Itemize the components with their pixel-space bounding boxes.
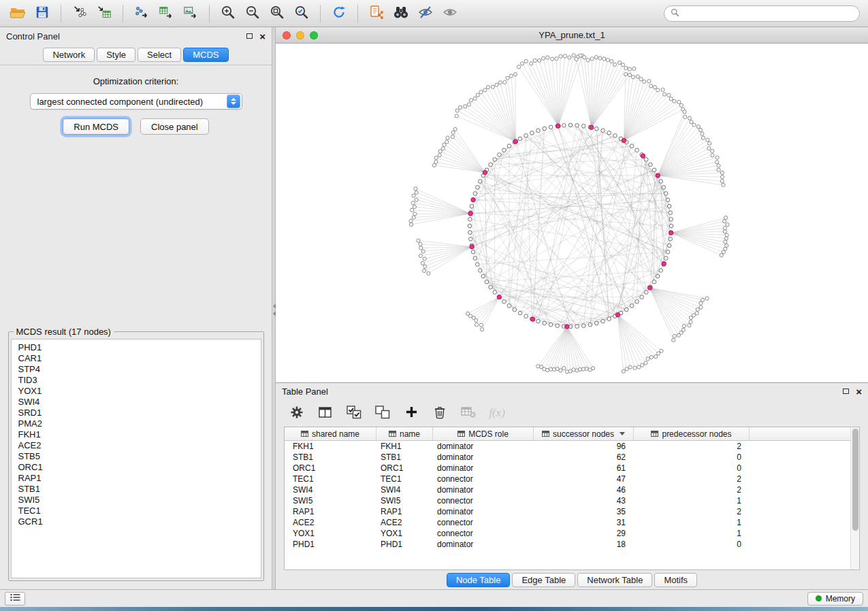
mcds-result-item[interactable]: STP4 [12, 364, 261, 375]
table-row[interactable]: FKH1FKH1dominator962 [285, 441, 859, 452]
refresh-button[interactable] [327, 3, 351, 24]
close-table-panel-icon[interactable]: × [856, 386, 862, 397]
delete-column-button[interactable] [431, 404, 449, 422]
table-settings-button[interactable] [288, 404, 306, 422]
mcds-result-item[interactable]: RAP1 [12, 473, 261, 484]
table-cell [750, 463, 859, 474]
tab-edge-table[interactable]: Edge Table [512, 573, 575, 587]
table-row[interactable]: TEC1TEC1connector472 [285, 474, 859, 484]
table-row[interactable]: SWI5SWI5connector431 [285, 495, 859, 506]
column-edit-icon [651, 429, 658, 439]
mcds-result-item[interactable]: FKH1 [12, 429, 261, 440]
tab-node-table[interactable]: Node Table [447, 573, 511, 587]
zoom-in-button[interactable] [216, 3, 240, 24]
first-neighbors-button[interactable] [389, 3, 413, 24]
save-session-button[interactable] [30, 3, 54, 24]
mcds-result-item[interactable]: TEC1 [12, 506, 261, 516]
column-header-shared-name[interactable]: shared name [285, 427, 376, 440]
show-graphics-details-button[interactable] [438, 3, 462, 24]
run-mcds-button[interactable]: Run MCDS [63, 118, 129, 135]
node-table: shared name name MCDS role successo [284, 427, 860, 570]
sort-chevron-down-icon[interactable] [620, 432, 625, 435]
float-panel-icon[interactable] [246, 33, 253, 39]
close-panel-button[interactable]: Close panel [140, 118, 209, 135]
deselect-all-rows-button[interactable] [374, 404, 391, 422]
table-row[interactable]: ACE2ACE2connector311 [285, 517, 859, 528]
table-row[interactable]: RAP1RAP1dominator352 [285, 506, 859, 517]
window-minimize-icon[interactable] [296, 31, 304, 39]
memory-button[interactable]: Memory [807, 592, 863, 606]
mcds-result-item[interactable]: PHD1 [12, 342, 261, 353]
mcds-result-item[interactable]: STB1 [12, 484, 261, 495]
optimization-criterion-label: Optimization criterion: [93, 76, 179, 86]
column-header-mcds-role[interactable]: MCDS role [433, 427, 534, 440]
mcds-result-item[interactable]: GCR1 [12, 516, 261, 527]
mcds-result-item[interactable]: TID3 [12, 375, 261, 386]
tab-select[interactable]: Select [138, 48, 181, 62]
tab-motifs[interactable]: Motifs [654, 573, 697, 587]
table-row[interactable]: SWI4SWI4dominator462 [285, 484, 859, 495]
column-header-successor-nodes[interactable]: successor nodes [534, 427, 634, 440]
mcds-result-groupbox: MCDS result (17 nodes) PHD1CAR1STP4TID3Y… [8, 327, 264, 581]
tab-mcds[interactable]: MCDS [183, 48, 228, 62]
zoom-out-button[interactable] [240, 3, 265, 24]
search-input[interactable] [684, 9, 853, 18]
checked-boxes-icon [347, 406, 361, 421]
mcds-result-item[interactable]: YOX1 [12, 386, 261, 397]
collapse-left-icon[interactable] [273, 303, 276, 309]
window-close-icon[interactable] [283, 31, 291, 39]
desktop-background-strip [0, 607, 868, 611]
network-canvas[interactable] [276, 44, 868, 382]
criterion-dropdown[interactable]: largest connected component (undirected) [30, 93, 242, 110]
select-all-rows-button[interactable] [345, 404, 363, 422]
tab-network-table[interactable]: Network Table [577, 573, 652, 587]
mcds-result-item[interactable]: ORC1 [12, 462, 261, 473]
table-cell: dominator [433, 463, 534, 474]
import-network-file-button[interactable] [67, 3, 92, 24]
mcds-result-item[interactable]: SWI5 [12, 495, 261, 506]
table-row[interactable]: STB1STB1dominator620 [285, 452, 859, 463]
column-header-name[interactable]: name [376, 427, 433, 440]
add-column-button[interactable] [402, 404, 420, 422]
export-network-button[interactable] [129, 3, 154, 24]
toggle-graphics-details-button[interactable] [413, 3, 438, 24]
open-session-button[interactable] [5, 3, 30, 24]
table-cell: 2 [634, 474, 750, 484]
tab-style[interactable]: Style [97, 48, 135, 62]
export-table-button[interactable] [154, 3, 178, 24]
close-panel-icon[interactable]: × [259, 31, 266, 42]
float-table-panel-icon[interactable] [843, 389, 849, 394]
search-field[interactable] [664, 5, 860, 22]
show-columns-button[interactable] [317, 404, 334, 422]
table-cell: 31 [534, 517, 634, 528]
mcds-result-item[interactable]: CAR1 [12, 353, 261, 364]
table-cell: 96 [534, 441, 634, 452]
mcds-result-item[interactable]: ACE2 [12, 440, 261, 451]
table-cell: STB1 [376, 452, 433, 463]
collapse-left-icon[interactable] [273, 311, 276, 316]
mcds-result-item[interactable]: PMA2 [12, 418, 261, 429]
tab-network[interactable]: Network [43, 48, 95, 62]
table-row[interactable]: ORC1ORC1dominator610 [285, 463, 859, 474]
import-table-file-button[interactable] [92, 3, 116, 24]
zoom-selected-button[interactable] [289, 3, 314, 24]
window-maximize-icon[interactable] [310, 31, 318, 39]
mcds-result-item[interactable]: STB5 [12, 451, 261, 462]
mcds-result-item[interactable]: SRD1 [12, 408, 261, 418]
scrollbar-thumb[interactable] [852, 429, 858, 531]
table-scrollbar[interactable] [850, 427, 859, 569]
mcds-result-item[interactable]: SWI4 [12, 397, 261, 408]
export-image-button[interactable] [178, 3, 203, 24]
share-document-button[interactable] [364, 3, 389, 24]
network-window-titlebar[interactable]: YPA_prune.txt_1 [276, 27, 868, 44]
zoom-fit-button[interactable] [265, 3, 289, 24]
table-row[interactable]: YOX1YOX1connector291 [285, 528, 859, 539]
column-label: successor nodes [553, 429, 614, 439]
network-window-title: YPA_prune.txt_1 [276, 30, 868, 40]
column-header-predecessor-nodes[interactable]: predecessor nodes [634, 427, 750, 440]
column-edit-icon [542, 429, 549, 439]
table-row[interactable]: PHD1PHD1dominator180 [285, 539, 859, 550]
task-history-button[interactable] [5, 592, 25, 606]
application-window: Control Panel × Network Style Select MCD… [0, 0, 868, 611]
mcds-result-list[interactable]: PHD1CAR1STP4TID3YOX1SWI4SRD1PMA2FKH1ACE2… [11, 339, 261, 578]
